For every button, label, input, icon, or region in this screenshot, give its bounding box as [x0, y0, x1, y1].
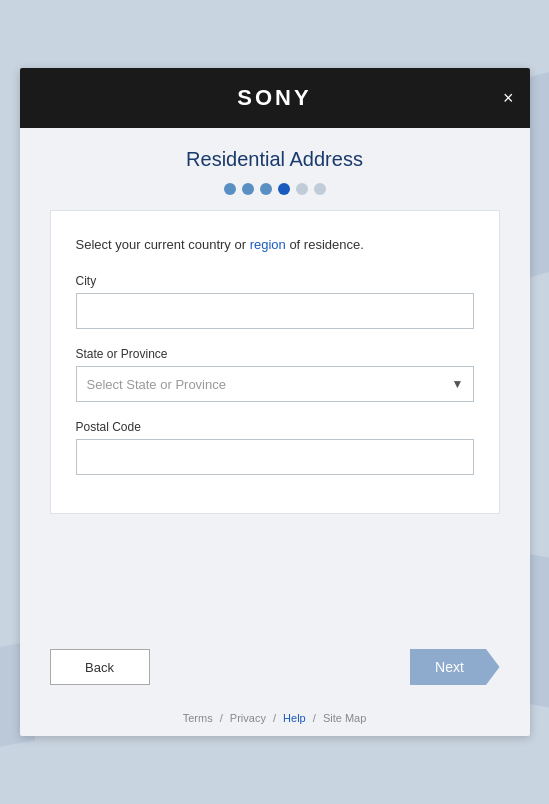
separator-1: / — [220, 712, 223, 724]
step-dot-5 — [296, 183, 308, 195]
step-dot-3 — [260, 183, 272, 195]
separator-3: / — [313, 712, 316, 724]
page-title: Residential Address — [20, 148, 530, 171]
modal-container: SONY × Residential Address Select your c… — [20, 68, 530, 736]
modal-header: SONY × — [20, 68, 530, 128]
form-body: Select your current country or region of… — [50, 210, 500, 514]
help-link[interactable]: Help — [283, 712, 306, 724]
state-select-wrapper: Select State or Province ▼ — [76, 366, 474, 402]
title-area: Residential Address — [20, 128, 530, 210]
step-dot-6 — [314, 183, 326, 195]
postal-input[interactable] — [76, 439, 474, 475]
city-input[interactable] — [76, 293, 474, 329]
state-select[interactable]: Select State or Province — [76, 366, 474, 402]
city-label: City — [76, 274, 474, 288]
instruction-highlight: region — [250, 237, 286, 252]
step-dot-4 — [278, 183, 290, 195]
city-group: City — [76, 274, 474, 329]
back-button[interactable]: Back — [50, 649, 150, 685]
footer-links: Terms / Privacy / Help / Site Map — [20, 700, 530, 736]
sony-logo: SONY — [237, 85, 311, 111]
instruction-text: Select your current country or region of… — [76, 236, 474, 254]
step-indicator — [20, 183, 530, 195]
footer-buttons: Back Next — [20, 634, 530, 700]
spacer — [20, 514, 530, 634]
terms-link[interactable]: Terms — [183, 712, 213, 724]
state-label: State or Province — [76, 347, 474, 361]
separator-2: / — [273, 712, 276, 724]
next-button[interactable]: Next — [410, 649, 500, 685]
step-dot-2 — [242, 183, 254, 195]
postal-label: Postal Code — [76, 420, 474, 434]
state-group: State or Province Select State or Provin… — [76, 347, 474, 402]
privacy-link[interactable]: Privacy — [230, 712, 266, 724]
step-dot-1 — [224, 183, 236, 195]
close-button[interactable]: × — [503, 89, 514, 107]
postal-group: Postal Code — [76, 420, 474, 475]
sitemap-link[interactable]: Site Map — [323, 712, 366, 724]
